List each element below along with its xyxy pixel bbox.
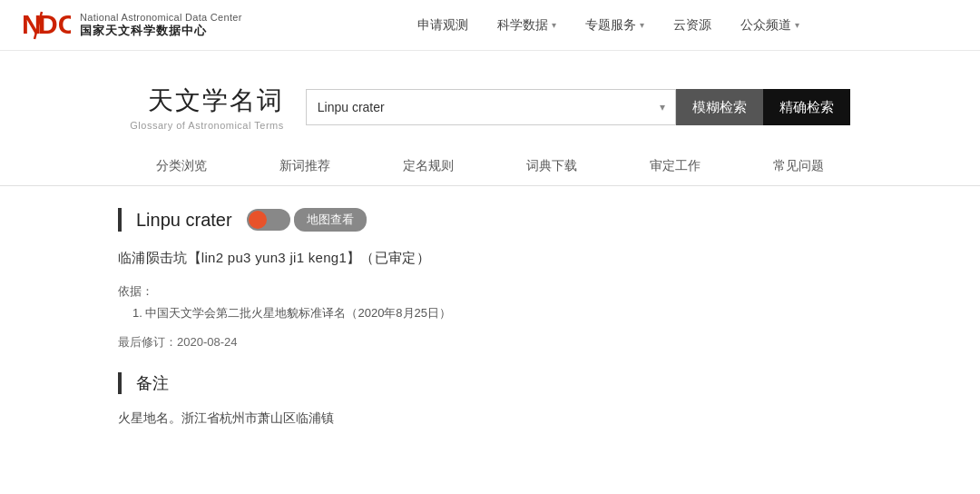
logo-en-text: National Astronomical Data Center: [80, 11, 242, 24]
map-view-button[interactable]: 地图查看: [294, 208, 367, 232]
exact-search-button[interactable]: 精确检索: [763, 89, 850, 125]
last-modified-date: 2020-08-24: [177, 335, 238, 349]
chevron-down-icon: ▾: [552, 20, 556, 30]
last-modified-label: 最后修订：: [118, 335, 177, 349]
nav-item-special[interactable]: 专题服务 ▾: [585, 17, 644, 34]
logo-area: N DC National Astronomical Data Center 国…: [22, 8, 258, 43]
search-section: 天文学名词 Glossary of Astronomical Terms ▾ 模…: [0, 51, 980, 149]
remarks-title: 备注: [136, 372, 169, 394]
term-header: Linpu crater 地图查看: [118, 208, 862, 232]
nav-menu: 申请观测 科学数据 ▾ 专题服务 ▾ 云资源 公众频道 ▾: [258, 17, 958, 34]
toggle-track[interactable]: [247, 209, 290, 231]
dropdown-arrow-icon[interactable]: ▾: [651, 89, 676, 125]
tab-dictionary[interactable]: 词典下载: [490, 149, 613, 185]
nav-bar: N DC National Astronomical Data Center 国…: [0, 0, 980, 51]
nav-label-cloud: 云资源: [673, 17, 711, 34]
search-title-en: Glossary of Astronomical Terms: [130, 120, 283, 131]
logo-zh-text: 国家天文科学数据中心: [80, 24, 242, 39]
nav-item-science[interactable]: 科学数据 ▾: [497, 17, 556, 34]
chevron-down-icon: ▾: [795, 20, 799, 30]
tab-nav: 分类浏览 新词推荐 定名规则 词典下载 审定工作 常见问题: [0, 149, 980, 186]
chevron-down-icon: ▾: [640, 20, 644, 30]
search-title-zh: 天文学名词: [148, 84, 284, 118]
chinese-term: 临浦陨击坑【lin2 pu3 yun3 ji1 keng1】（已审定）: [118, 250, 862, 267]
nav-item-cloud[interactable]: 云资源: [673, 17, 711, 34]
ref-section: 依据： 1. 中国天文学会第二批火星地貌标准译名（2020年8月25日）: [118, 283, 862, 321]
search-input-wrap: ▾ 模糊检索 精确检索: [306, 89, 850, 125]
toggle-thumb: [249, 211, 267, 229]
nav-label-science: 科学数据: [497, 17, 548, 34]
content-area: Linpu crater 地图查看 临浦陨击坑【lin2 pu3 yun3 ji…: [118, 186, 862, 430]
nav-label-public: 公众频道: [740, 17, 791, 34]
term-name: Linpu crater: [136, 210, 232, 231]
nav-item-public[interactable]: 公众频道 ▾: [740, 17, 799, 34]
tab-new-words[interactable]: 新词推荐: [243, 149, 367, 185]
ref-item: 1. 中国天文学会第二批火星地貌标准译名（2020年8月25日）: [132, 305, 862, 321]
svg-text:DC: DC: [38, 9, 71, 39]
nav-label-apply: 申请观测: [417, 17, 468, 34]
remarks-header: 备注: [118, 372, 862, 394]
tab-review[interactable]: 审定工作: [613, 149, 737, 185]
tab-faq[interactable]: 常见问题: [737, 149, 860, 185]
nav-label-special: 专题服务: [585, 17, 636, 34]
map-toggle[interactable]: 地图查看: [247, 208, 367, 232]
search-title: 天文学名词 Glossary of Astronomical Terms: [130, 84, 283, 131]
nav-item-apply[interactable]: 申请观测: [417, 17, 468, 34]
tab-naming-rules[interactable]: 定名规则: [367, 149, 490, 185]
search-input[interactable]: [306, 89, 651, 125]
fuzzy-search-button[interactable]: 模糊检索: [676, 89, 763, 125]
ref-label: 依据：: [118, 283, 862, 300]
tab-category[interactable]: 分类浏览: [120, 149, 243, 185]
last-modified: 最后修订：2020-08-24: [118, 334, 862, 351]
logo-icon: N DC: [22, 8, 71, 43]
remarks-text: 火星地名。浙江省杭州市萧山区临浦镇: [118, 407, 862, 430]
logo-text: National Astronomical Data Center 国家天文科学…: [80, 11, 242, 39]
